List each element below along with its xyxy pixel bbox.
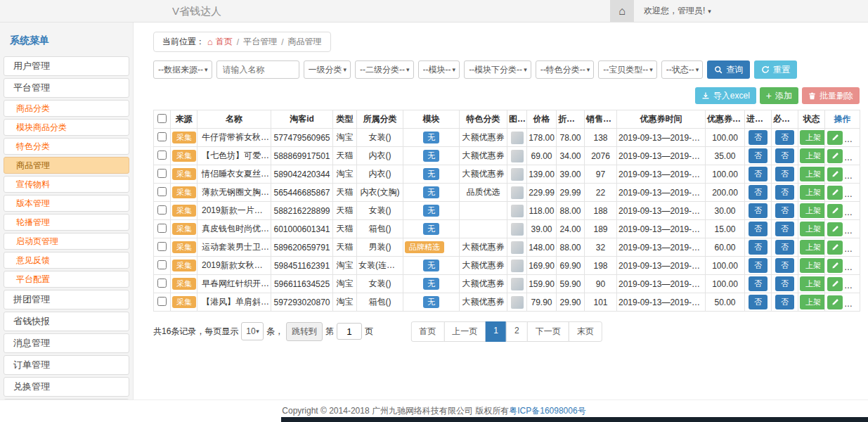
status-button[interactable]: 上架 [800,276,825,291]
sidebar-item[interactable]: 轮播管理 [4,214,129,231]
must-buy-toggle-button[interactable]: 否 [775,167,794,181]
must-buy-toggle-button[interactable]: 否 [775,203,794,218]
edit-button[interactable] [827,149,843,163]
batch-delete-button[interactable]: 批量删除 [802,87,860,104]
coupon-amount-cell: 200.00 [706,184,745,202]
row-checkbox[interactable] [157,224,167,233]
home-button[interactable]: ⌂ [610,0,634,22]
row-checkbox[interactable] [157,260,167,269]
status-button[interactable]: 上架 [800,240,825,255]
add-button-label: 添加 [775,90,792,102]
sidebar-item[interactable]: 意见反馈 [4,252,129,269]
row-checkbox[interactable] [157,297,167,306]
data-source-filter[interactable]: --数据来源-- [154,61,205,78]
imported-toggle-button[interactable]: 否 [749,222,767,236]
next-page-button[interactable]: 下一页 [527,321,569,342]
imported-toggle-button[interactable]: 否 [749,276,767,291]
jump-button[interactable]: 跳转到 [286,322,323,341]
status-button[interactable]: 上架 [800,222,825,236]
sidebar-item[interactable]: 消息管理 [4,333,129,353]
sidebar-item[interactable]: 版本管理 [4,195,129,212]
status-button[interactable]: 上架 [800,148,825,163]
imported-toggle-button[interactable]: 否 [749,258,767,273]
must-buy-toggle-button[interactable]: 否 [775,276,794,291]
sidebar-item[interactable]: 商品分类 [4,100,129,117]
sidebar-item[interactable]: 用户管理 [4,56,129,76]
imported-toggle-button[interactable]: 否 [749,185,767,200]
status-button[interactable]: 上架 [800,167,825,181]
prev-page-button[interactable]: 上一页 [443,321,486,342]
row-checkbox[interactable] [157,132,167,141]
jump-page-input[interactable] [337,323,362,340]
status-button[interactable]: 上架 [800,203,825,218]
sidebar-item[interactable]: 特色分类 [4,138,129,155]
per-page-select[interactable]: 10 [242,323,256,340]
edit-button[interactable] [827,204,843,218]
status-button[interactable]: 上架 [800,295,825,309]
status-button[interactable]: 上架 [800,130,825,145]
imported-toggle-button[interactable]: 否 [749,148,767,163]
imported-toggle-button[interactable]: 否 [749,203,767,218]
must-buy-toggle-button[interactable]: 否 [775,295,794,309]
breadcrumb-home-link[interactable]: 首页 [216,36,233,48]
sidebar-item[interactable]: 兑换管理 [4,377,129,397]
sidebar-item[interactable]: 宣传物料 [4,176,129,193]
must-buy-toggle-button[interactable]: 否 [775,258,794,273]
edit-button[interactable] [827,131,843,145]
imported-toggle-button[interactable]: 否 [749,167,767,181]
edit-button[interactable] [827,186,843,200]
first-page-button[interactable]: 首页 [410,321,444,342]
user-menu[interactable]: 欢迎您，管理员! ▾ [634,0,721,22]
must-buy-toggle-button[interactable]: 否 [775,130,794,145]
sidebar-item[interactable]: 订单管理 [4,355,129,375]
last-page-button[interactable]: 末页 [569,321,602,342]
imported-toggle-button[interactable]: 否 [749,240,767,255]
item-type-filter[interactable]: --宝贝类型-- [599,61,649,78]
page-button[interactable]: 2 [506,321,528,342]
icon-cell [507,220,527,238]
must-buy-toggle-button[interactable]: 否 [775,148,794,163]
actions-cell [825,238,860,257]
imported-toggle-button[interactable]: 否 [749,130,767,145]
edit-button[interactable] [827,167,843,181]
import-excel-button[interactable]: 导入excel [695,87,756,104]
status-filter[interactable]: --状态-- [662,61,696,78]
row-checkbox[interactable] [157,279,167,288]
sidebar-item[interactable]: 模块商品分类 [4,119,129,136]
icp-link[interactable]: 粤ICP备16098006号 [509,405,585,417]
row-checkbox[interactable] [157,151,167,160]
imported-toggle-button[interactable]: 否 [749,295,767,309]
sidebar-item[interactable]: 启动页管理 [4,233,129,250]
reset-button[interactable]: 重置 [754,60,797,79]
status-button[interactable]: 上架 [800,258,825,273]
page-button[interactable]: 1 [485,321,507,342]
row-checkbox[interactable] [157,205,167,215]
sales-cell: 22 [585,184,617,202]
module-filter[interactable]: --模块-- [419,61,453,78]
edit-button[interactable] [827,277,843,291]
row-checkbox[interactable] [157,169,167,178]
row-checkbox[interactable] [157,187,167,196]
module-subcategory-filter[interactable]: --模块下分类-- [465,61,524,78]
must-buy-toggle-button[interactable]: 否 [775,240,794,255]
sidebar-item[interactable]: 拼团管理 [4,290,129,309]
search-button[interactable]: 查询 [707,60,750,79]
edit-button[interactable] [827,295,843,309]
status-button[interactable]: 上架 [800,185,825,200]
sidebar-item[interactable]: 平台配置 [4,271,129,288]
select-all-checkbox[interactable] [157,114,167,123]
special-category-filter[interactable]: --特色分类-- [536,61,587,78]
edit-button[interactable] [827,222,843,236]
edit-button[interactable] [827,241,843,255]
must-buy-toggle-button[interactable]: 否 [775,222,794,236]
name-search-input[interactable] [216,60,299,79]
level1-category-filter[interactable]: 一级分类 [304,61,344,78]
sidebar-item-active[interactable]: 商品管理 [4,157,129,174]
row-checkbox[interactable] [157,242,167,251]
sidebar-item[interactable]: 省钱快报 [4,312,129,331]
sidebar-item[interactable]: 平台管理 [4,78,129,98]
add-button[interactable]: + 添加 [760,87,798,104]
level2-category-filter[interactable]: --二级分类-- [356,61,406,78]
edit-button[interactable] [827,259,843,273]
must-buy-toggle-button[interactable]: 否 [775,185,794,200]
